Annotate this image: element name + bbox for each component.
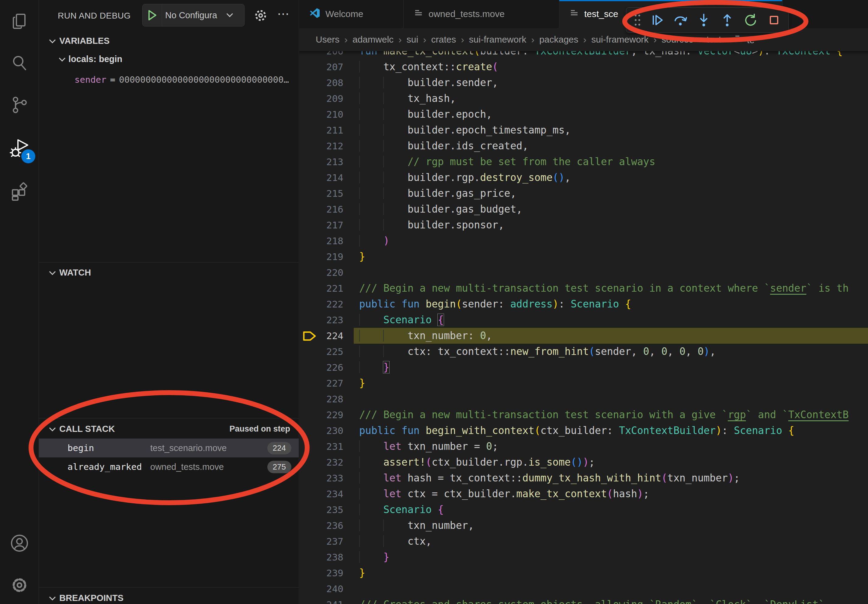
code-line-239: 239} bbox=[299, 565, 868, 581]
launch-config-dropdown[interactable]: No Configura bbox=[142, 4, 245, 26]
search-icon[interactable] bbox=[0, 44, 39, 83]
line-number[interactable]: 224 bbox=[299, 328, 343, 344]
line-number[interactable]: 215 bbox=[299, 186, 343, 201]
line-content: builder.ids_created, bbox=[359, 138, 528, 154]
tab-owned-tests-move[interactable]: owned_tests.move bbox=[404, 0, 559, 28]
line-number[interactable]: 212 bbox=[299, 138, 343, 154]
run-and-debug-icon[interactable]: 1 bbox=[0, 129, 39, 167]
code-line-220: 220 bbox=[299, 265, 868, 280]
continue-button[interactable] bbox=[646, 9, 668, 31]
variable-row-sender[interactable]: sender = 0000000000000000000000000000000… bbox=[74, 72, 299, 88]
line-number[interactable]: 233 bbox=[299, 470, 343, 486]
code-line-233: 233 let hash = tx_context::dummy_tx_hash… bbox=[299, 470, 868, 486]
breadcrumb-item[interactable]: sui-framework bbox=[591, 34, 648, 45]
call-stack-section-header[interactable]: CALL STACK Paused on step bbox=[39, 421, 299, 437]
line-number[interactable]: 225 bbox=[299, 344, 343, 359]
line-number[interactable]: 231 bbox=[299, 438, 343, 454]
line-number[interactable]: 238 bbox=[299, 549, 343, 565]
vscode-logo-icon bbox=[310, 8, 320, 20]
line-number[interactable]: 220 bbox=[299, 265, 343, 280]
code-line-214: 214 builder.rgp.destroy_some(), bbox=[299, 170, 868, 186]
line-content: builder.sponsor, bbox=[359, 217, 504, 233]
line-number[interactable]: 237 bbox=[299, 533, 343, 549]
debug-settings-gear-icon[interactable] bbox=[252, 7, 270, 24]
extensions-icon[interactable] bbox=[0, 172, 39, 211]
breadcrumb-item[interactable]: packages bbox=[539, 34, 578, 45]
breadcrumb-item[interactable]: crates bbox=[431, 34, 456, 45]
call-stack-frame-already_marked[interactable]: already_markedowned_tests.move275 bbox=[39, 457, 299, 476]
breadcrumb-separator: › bbox=[531, 34, 534, 45]
start-debug-icon[interactable] bbox=[143, 4, 162, 26]
code-line-230: 230public fun begin_with_context(ctx_bui… bbox=[299, 423, 868, 438]
step-into-button[interactable] bbox=[693, 9, 715, 31]
line-number[interactable]: 223 bbox=[299, 312, 343, 328]
settings-gear-icon[interactable] bbox=[0, 566, 39, 604]
tab-welcome[interactable]: Welcome bbox=[299, 0, 404, 28]
watch-section-header[interactable]: WATCH bbox=[39, 265, 299, 280]
breakpoints-section-header[interactable]: BREAKPOINTS bbox=[39, 590, 299, 604]
line-number[interactable]: 226 bbox=[299, 359, 343, 375]
line-number[interactable]: 209 bbox=[299, 91, 343, 107]
editor-region: Welcomeowned_tests.movetest_sce Users›ad… bbox=[299, 0, 868, 604]
variable-name: sender bbox=[74, 74, 107, 85]
line-number[interactable]: 241 bbox=[299, 597, 343, 604]
line-number[interactable]: 227 bbox=[299, 375, 343, 391]
breadcrumb-item[interactable]: adamwelc bbox=[352, 34, 394, 45]
line-content: builder.gas_budget, bbox=[359, 201, 522, 217]
line-number[interactable]: 235 bbox=[299, 502, 343, 517]
breadcrumb-label: test bbox=[707, 34, 721, 44]
line-number[interactable]: 230 bbox=[299, 423, 343, 438]
restart-button[interactable] bbox=[740, 9, 761, 31]
line-number[interactable]: 208 bbox=[299, 75, 343, 91]
line-number[interactable]: 211 bbox=[299, 122, 343, 138]
code-editor[interactable]: 206fun make_tx_context(builder: TxContex… bbox=[299, 51, 868, 604]
breadcrumb-item[interactable]: sui-framework bbox=[469, 34, 526, 45]
line-number[interactable]: 222 bbox=[299, 296, 343, 312]
line-number[interactable]: 207 bbox=[299, 59, 343, 75]
line-number[interactable]: 213 bbox=[299, 154, 343, 170]
line-content: txn_number, bbox=[359, 517, 474, 533]
line-number[interactable]: 239 bbox=[299, 565, 343, 581]
variables-section-header[interactable]: VARIABLES bbox=[39, 33, 299, 49]
breadcrumb-item[interactable]: sources bbox=[662, 34, 693, 45]
line-number[interactable]: 216 bbox=[299, 201, 343, 217]
scope-label: locals: begin bbox=[68, 54, 122, 64]
step-over-button[interactable] bbox=[670, 9, 691, 31]
account-icon[interactable] bbox=[0, 524, 39, 563]
breadcrumb-label: sui-framework bbox=[469, 34, 526, 44]
scope-row-locals-begin[interactable]: locals: begin bbox=[39, 51, 299, 68]
toolbar-drag-grip[interactable] bbox=[631, 9, 644, 31]
line-number[interactable]: 234 bbox=[299, 486, 343, 502]
frame-file-name: owned_tests.move bbox=[150, 462, 267, 472]
breadcrumb-item[interactable]: sui bbox=[407, 34, 418, 45]
line-number[interactable]: 214 bbox=[299, 170, 343, 186]
line-number[interactable]: 236 bbox=[299, 517, 343, 533]
line-content: assert!(ctx_builder.rgp.is_some()); bbox=[359, 454, 595, 470]
section-divider bbox=[39, 587, 299, 588]
line-number[interactable]: 232 bbox=[299, 454, 343, 470]
breadcrumb-item[interactable]: test bbox=[707, 34, 721, 45]
line-number[interactable]: 219 bbox=[299, 249, 343, 265]
step-out-button[interactable] bbox=[717, 9, 738, 31]
line-number[interactable]: 217 bbox=[299, 217, 343, 233]
code-line-209: 209 tx_hash, bbox=[299, 91, 868, 107]
more-actions-icon[interactable]: ⋯ bbox=[274, 4, 293, 23]
code-line-238: 238 } bbox=[299, 549, 868, 565]
line-number[interactable]: 221 bbox=[299, 280, 343, 296]
line-number[interactable]: 210 bbox=[299, 107, 343, 122]
line-number[interactable]: 240 bbox=[299, 581, 343, 597]
line-number[interactable]: 228 bbox=[299, 391, 343, 407]
line-number[interactable]: 229 bbox=[299, 407, 343, 423]
call-stack-frame-begin[interactable]: begintest_scenario.move224 bbox=[39, 438, 299, 457]
breadcrumb-separator: › bbox=[344, 34, 348, 45]
line-content: } bbox=[359, 375, 365, 391]
code-line-222: 222public fun begin(sender: address): Sc… bbox=[299, 296, 868, 312]
breadcrumb-label: packages bbox=[539, 34, 578, 44]
line-number[interactable]: 218 bbox=[299, 233, 343, 249]
breadcrumb-item[interactable]: te bbox=[734, 34, 755, 45]
breadcrumb-item[interactable]: Users bbox=[316, 34, 339, 45]
source-control-icon[interactable] bbox=[0, 85, 39, 124]
line-number[interactable]: 206 bbox=[299, 51, 343, 59]
stop-button[interactable] bbox=[763, 9, 784, 31]
explorer-icon[interactable] bbox=[0, 2, 39, 41]
